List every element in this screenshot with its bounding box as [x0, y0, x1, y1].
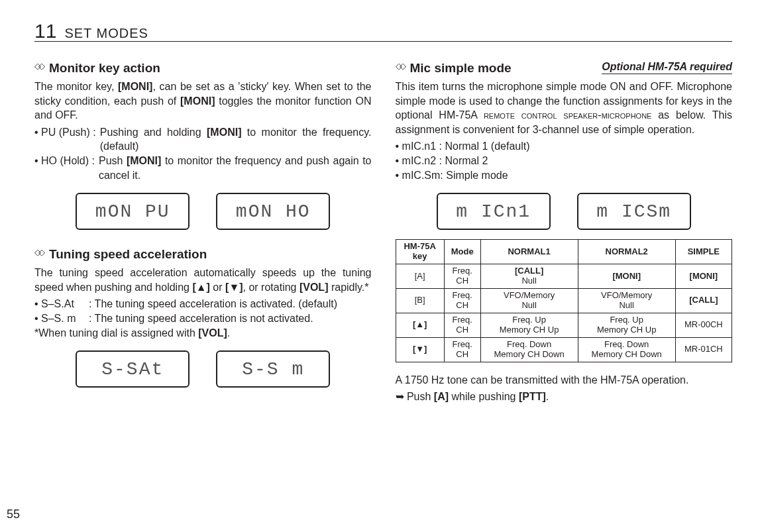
text: Freq.: [447, 340, 478, 350]
text: CH: [447, 350, 478, 360]
text: Freq. Up: [484, 315, 575, 325]
columns: ◇◇ Monitor key action The monitor key, […: [34, 61, 732, 407]
cell: Freq.CH: [444, 313, 480, 337]
key-label: [MONI]: [127, 155, 161, 166]
text: Freq. Up: [581, 315, 673, 325]
chapter-header: 11 SET MODES: [34, 20, 732, 42]
text: Freq.: [447, 291, 478, 301]
text: VFO/Memory: [581, 291, 673, 301]
th-mode: Mode: [444, 240, 480, 264]
tuning-note: *When tuning dial is assigned with [VOL]…: [34, 326, 372, 341]
bullet-key: • PU (Push) :: [34, 125, 96, 154]
lcd-display: m ICn1: [437, 193, 551, 230]
cell: Freq.CH: [444, 264, 480, 289]
page-number: 55: [7, 507, 20, 521]
cell: VFO/MemoryNull: [578, 288, 675, 313]
cell: Freq. UpMemory CH Up: [480, 313, 578, 337]
text: Freq.: [447, 266, 478, 276]
key-label: [A]: [434, 391, 449, 402]
subheader-mic: ◇◇ Mic simple mode Optional HM-75A requi…: [396, 61, 733, 76]
mic-bullets: • mIC.n1 : Normal 1 (default) • mIC.n2 :…: [396, 139, 733, 182]
th-simple: SIMPLE: [675, 240, 732, 264]
cell: MR-00CH: [675, 313, 732, 337]
text: VFO/Memory: [484, 291, 575, 301]
text: Pushing and holding: [100, 127, 207, 138]
key-label: [VOL]: [299, 282, 329, 293]
key-label: [MONI]: [118, 81, 152, 92]
section-title: SET MODES: [64, 26, 148, 41]
text: HM-75A: [399, 242, 441, 252]
table-row: [▲] Freq.CH Freq. UpMemory CH Up Freq. U…: [396, 313, 732, 337]
table-header-row: HM-75Akey Mode NORMAL1 NORMAL2 SIMPLE: [396, 240, 732, 264]
text: key: [399, 252, 441, 262]
lcd-display: S-S m: [216, 350, 330, 388]
text: CH: [447, 276, 478, 286]
text: ➥ Push: [396, 391, 434, 402]
text: Push: [99, 155, 127, 166]
text: Null: [484, 301, 575, 311]
key-label: [▼]: [225, 282, 243, 293]
mic-body: This item turns the microphone simple mo…: [396, 80, 733, 136]
text: [MONI]: [690, 271, 718, 281]
table-row: [A] Freq.CH [CALL]Null [MONI] [MONI]: [396, 264, 732, 289]
text: Null: [581, 301, 673, 311]
lcd-display: mON HO: [216, 193, 330, 230]
cell: [MONI]: [675, 264, 732, 289]
subheader-monitor: ◇◇ Monitor key action: [34, 61, 372, 76]
cell: [CALL]: [675, 288, 732, 313]
cell: [CALL]Null: [480, 264, 578, 289]
text: .: [546, 391, 549, 402]
key-label: [▲]: [192, 282, 210, 293]
text: Freq. Down: [581, 340, 673, 350]
header-rule: [34, 41, 732, 42]
text: CH: [447, 301, 478, 311]
subtitle-monitor: Monitor key action: [49, 61, 160, 76]
table-row: [▼] Freq.CH Freq. DownMemory CH Down Fre…: [396, 337, 732, 362]
tuning-body: The tuning speed acceleration automatica…: [34, 266, 372, 294]
text: rapidly.*: [328, 282, 368, 293]
text: Memory CH Down: [581, 350, 673, 360]
lcd-row-mic: m ICn1 m ICSm: [396, 193, 733, 230]
lcd-display: S-SAt: [76, 350, 190, 388]
bullet-value: Push [MONI] to monitor the frequency and…: [99, 154, 372, 182]
cell: Freq.CH: [444, 288, 480, 313]
cell: Freq.CH: [444, 337, 480, 362]
lcd-display: m ICSm: [577, 193, 691, 230]
hm75a-table: HM-75Akey Mode NORMAL1 NORMAL2 SIMPLE [A…: [396, 239, 733, 362]
section-number: 11: [34, 20, 56, 42]
cell: [A]: [396, 264, 444, 289]
bullet-micn1: • mIC.n1 : Normal 1 (default): [396, 139, 733, 154]
text: [MONI]: [612, 271, 641, 281]
bullet-pu: • PU (Push) : Pushing and holding [MONI]…: [34, 125, 372, 154]
bullet-ho: • HO (Hold) : Push [MONI] to monitor the…: [34, 154, 372, 182]
text: Freq. Down: [484, 340, 575, 350]
text: [CALL]: [689, 295, 718, 305]
optional-note: Optional HM-75A required: [602, 61, 732, 74]
bullet-value: : The tuning speed acceleration is activ…: [89, 297, 372, 311]
monitor-bullets: • PU (Push) : Pushing and holding [MONI]…: [34, 125, 372, 182]
th-key: HM-75Akey: [396, 240, 444, 264]
cell: [MONI]: [578, 264, 675, 289]
bullet-ssm: • S–S. m : The tuning speed acceleration…: [34, 311, 372, 326]
smallcaps-text: remote control speaker-microphone: [484, 109, 652, 121]
cell: VFO/MemoryNull: [480, 288, 578, 313]
subtitle-tuning: Tuning speed acceleration: [49, 247, 207, 262]
text: or: [210, 282, 225, 293]
th-normal2: NORMAL2: [578, 240, 675, 264]
cell: [B]: [396, 288, 444, 313]
bullet-value: : The tuning speed acceleration is not a…: [89, 311, 372, 326]
cell: Freq. DownMemory CH Down: [480, 337, 578, 362]
tuning-bullets: • S–S.At : The tuning speed acceleration…: [34, 297, 372, 325]
cell: [▲]: [396, 313, 444, 337]
cell: Freq. DownMemory CH Down: [578, 337, 675, 362]
key-label: [VOL]: [198, 327, 227, 339]
right-column: ◇◇ Mic simple mode Optional HM-75A requi…: [396, 61, 733, 407]
cell: MR-01CH: [675, 337, 732, 362]
text: [▲]: [413, 319, 427, 329]
diamond-icon: ◇◇: [396, 61, 404, 71]
key-label: [MONI]: [207, 127, 241, 138]
table-row: [B] Freq.CH VFO/MemoryNull VFO/MemoryNul…: [396, 288, 732, 313]
diamond-icon: ◇◇: [34, 247, 42, 257]
text: .: [227, 327, 230, 339]
text: CH: [447, 325, 478, 335]
